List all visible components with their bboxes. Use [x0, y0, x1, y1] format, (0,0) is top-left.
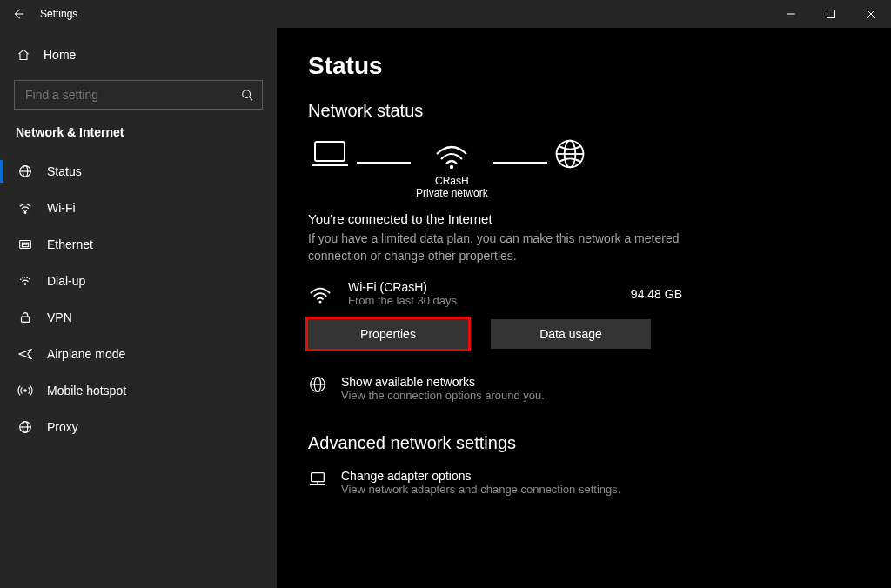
- home-icon: [16, 47, 31, 63]
- page-title: Status: [308, 52, 891, 80]
- sidebar-item-label: VPN: [47, 311, 72, 324]
- adapter-options-title: Change adapter options: [341, 469, 620, 483]
- status-icon: [17, 164, 33, 179]
- change-adapter-options[interactable]: Change adapter options View network adap…: [308, 469, 891, 496]
- show-available-networks[interactable]: Show available networks View the connect…: [308, 375, 891, 402]
- diagram-ssid: CRasH: [416, 175, 488, 187]
- svg-point-17: [23, 389, 27, 392]
- wifi-small-icon: [308, 284, 332, 304]
- svg-point-15: [24, 283, 27, 285]
- globe-small-icon: [308, 375, 327, 394]
- sidebar-item-label: Ethernet: [47, 237, 93, 251]
- sidebar-item-hotspot[interactable]: Mobile hotspot: [0, 372, 277, 409]
- sidebar-item-ethernet[interactable]: Ethernet: [0, 226, 277, 263]
- svg-point-26: [319, 300, 322, 303]
- hotspot-icon: [17, 383, 33, 398]
- sidebar-item-airplane[interactable]: Airplane mode: [0, 336, 277, 372]
- globe-icon: [553, 137, 587, 171]
- sidebar: Home Network & Internet Status: [0, 28, 277, 588]
- show-networks-title: Show available networks: [341, 375, 545, 389]
- vpn-icon: [17, 310, 33, 325]
- svg-point-4: [243, 90, 251, 98]
- section-network-status: Network status: [308, 101, 891, 121]
- dialup-icon: [17, 273, 33, 289]
- svg-rect-16: [22, 317, 30, 322]
- connection-usage: 94.48 GB: [631, 287, 891, 301]
- search-icon: [241, 89, 253, 101]
- connection-period: From the last 30 days: [348, 294, 457, 307]
- connection-status-title: You're connected to the Internet: [308, 211, 891, 226]
- adapter-icon: [308, 469, 327, 488]
- close-button[interactable]: [851, 0, 891, 28]
- minimize-button[interactable]: [771, 0, 811, 28]
- back-button[interactable]: [12, 8, 24, 20]
- properties-button[interactable]: Properties: [308, 319, 468, 349]
- svg-point-22: [450, 165, 453, 169]
- svg-rect-1: [827, 10, 835, 18]
- nav-home-label: Home: [44, 48, 76, 62]
- search-input[interactable]: [23, 87, 241, 103]
- sidebar-item-status[interactable]: Status: [0, 153, 277, 190]
- sidebar-item-dialup[interactable]: Dial-up: [0, 263, 277, 299]
- window-title: Settings: [40, 8, 77, 20]
- laptop-icon: [308, 137, 352, 171]
- titlebar: Settings: [0, 0, 891, 28]
- sidebar-item-label: Wi-Fi: [47, 201, 76, 215]
- sidebar-item-label: Dial-up: [47, 274, 85, 288]
- nav-home[interactable]: Home: [0, 40, 277, 70]
- show-networks-desc: View the connection options around you.: [341, 389, 545, 402]
- wifi-icon: [17, 200, 33, 216]
- data-usage-button-label: Data usage: [539, 327, 602, 341]
- svg-rect-30: [312, 473, 325, 482]
- sidebar-item-vpn[interactable]: VPN: [0, 299, 277, 336]
- main-content: Status Network status: [277, 28, 891, 588]
- svg-line-5: [250, 97, 253, 101]
- sidebar-section-label: Network & Internet: [0, 125, 277, 153]
- diagram-net-type: Private network: [416, 187, 488, 199]
- svg-point-9: [24, 212, 26, 214]
- maximize-button[interactable]: [811, 0, 851, 28]
- properties-button-label: Properties: [360, 327, 416, 341]
- sidebar-item-label: Proxy: [47, 420, 78, 434]
- ethernet-icon: [17, 237, 33, 252]
- sidebar-item-label: Mobile hotspot: [47, 384, 126, 398]
- connection-status-desc: If you have a limited data plan, you can…: [308, 230, 682, 264]
- sidebar-item-label: Airplane mode: [47, 347, 125, 361]
- data-usage-button[interactable]: Data usage: [491, 319, 651, 349]
- svg-rect-21: [315, 142, 345, 161]
- search-input-wrapper[interactable]: [14, 80, 263, 110]
- adapter-options-desc: View network adapters and change connect…: [341, 483, 620, 496]
- connection-name: Wi-Fi (CRasH): [348, 280, 457, 294]
- sidebar-item-label: Status: [47, 164, 82, 178]
- section-advanced-settings: Advanced network settings: [308, 433, 891, 453]
- airplane-icon: [17, 346, 33, 362]
- network-diagram: CRasH Private network: [308, 137, 891, 203]
- wifi-large-icon: [432, 137, 472, 171]
- sidebar-item-proxy[interactable]: Proxy: [0, 409, 277, 445]
- proxy-icon: [17, 419, 33, 435]
- sidebar-item-wifi[interactable]: Wi-Fi: [0, 190, 277, 226]
